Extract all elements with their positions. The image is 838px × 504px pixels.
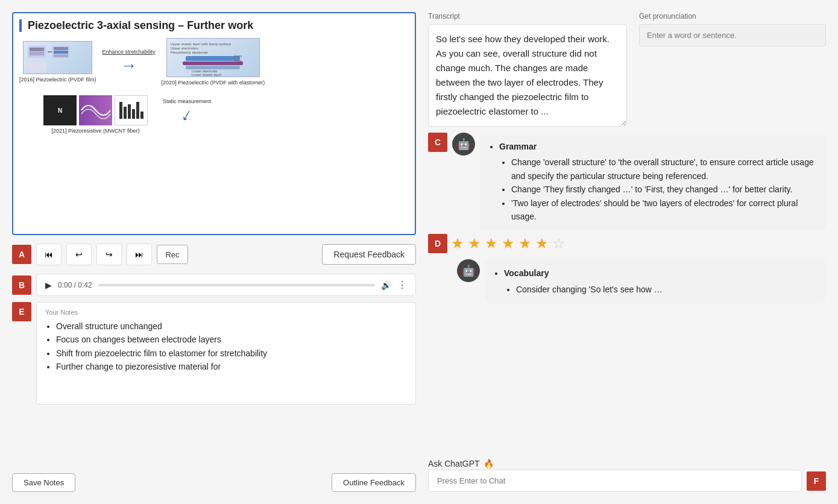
svg-text:Lower elastic layer: Lower elastic layer: [192, 73, 222, 77]
grammar-item-1: Change 'overall structure' to 'the overa…: [511, 156, 816, 183]
badge-f: F: [807, 471, 826, 491]
grammar-item-3: 'Two layer of electrodes' should be 'two…: [511, 197, 816, 224]
bottom-buttons: Save Notes Outline Feedback: [12, 471, 416, 492]
pronunciation-label: Get pronunciation: [639, 12, 826, 20]
mwcnt-img-n: N: [43, 95, 77, 125]
star-6[interactable]: ★: [535, 235, 549, 252]
mwcnt-img-wave: [79, 95, 112, 125]
svg-text:1mm: 1mm: [234, 54, 242, 58]
top-right-row: Transcript So let's see how they develop…: [428, 12, 826, 127]
svg-rect-5: [54, 51, 68, 54]
grammar-category: Grammar Change 'overall structure' to 't…: [499, 140, 816, 223]
time-display: 0:00 / 0:42: [58, 281, 92, 289]
svg-rect-6: [54, 54, 68, 57]
rating-row: D ★ ★ ★ ★ ★ ★ ☆: [428, 230, 826, 257]
mwcnt-images: N: [43, 95, 148, 125]
notes-list: Overall structure unchanged Focus on cha…: [45, 320, 407, 374]
note-item-1: Overall structure unchanged: [56, 320, 407, 333]
transcript-content[interactable]: So let's see how they developed their wo…: [428, 24, 627, 127]
slide-content: [2016] Piezoelectric (PVDF film) Enhance…: [19, 38, 409, 228]
label-2016: [2016] Piezoelectric (PVDF film): [19, 77, 96, 83]
enhance-label: Enhance stretchability: [102, 49, 156, 55]
toolbar-btn-prev[interactable]: ⏮: [36, 244, 61, 265]
star-7[interactable]: ☆: [552, 235, 565, 252]
svg-text:Upper electrodes: Upper electrodes: [171, 46, 198, 50]
toolbar-btn-next[interactable]: ⏭: [127, 244, 152, 265]
ask-chatgpt-row: Ask ChatGPT 🔥: [428, 456, 826, 470]
note-item-3: Shift from piezoelectric film to elastom…: [56, 347, 407, 360]
diagram-2021: N: [43, 95, 148, 134]
grammar-item-2: Change 'They firstly changed …' to 'Firs…: [511, 183, 816, 196]
notes-label: Your Notes: [45, 309, 407, 316]
star-5[interactable]: ★: [518, 235, 532, 252]
note-item-2: Focus on changes between electrode layer…: [56, 333, 407, 346]
ask-chatgpt-section: Ask ChatGPT 🔥 F: [428, 456, 826, 492]
svg-rect-2: [30, 52, 44, 55]
label-2020: [2020] Piezoelectric (PVDF with elastome…: [162, 80, 265, 86]
audio-player: ▶ 0:00 / 0:42 🔊 ⋮: [36, 274, 416, 296]
static-label: Static measurement: [163, 98, 211, 104]
toolbar-btn-back[interactable]: ↩: [66, 244, 92, 265]
badge-c: C: [428, 133, 447, 152]
transcript-box: Transcript So let's see how they develop…: [428, 12, 627, 127]
audio-menu-icon[interactable]: ⋮: [397, 279, 407, 291]
vocab-feedback-content: Vocabulary Consider changing 'So let's s…: [485, 259, 826, 303]
svg-rect-7: [28, 61, 46, 72]
request-feedback-button[interactable]: Request Feedback: [322, 244, 416, 265]
left-panel: Piezoelectric 3-axial sensing – Further …: [12, 12, 416, 492]
svg-rect-4: [54, 47, 68, 50]
toolbar-btn-forward[interactable]: ↪: [96, 244, 122, 265]
chat-input[interactable]: [428, 470, 802, 492]
label-2021: [2021] Piezoresistive (MWCNT fiber): [52, 128, 140, 134]
avatar-grammar: 🤖: [452, 133, 475, 156]
star-4[interactable]: ★: [502, 235, 515, 252]
audio-row: B ▶ 0:00 / 0:42 🔊 ⋮: [12, 274, 416, 296]
vocab-category: Vocabulary Consider changing 'So let's s…: [504, 266, 816, 296]
notes-container[interactable]: Your Notes Overall structure unchanged F…: [36, 302, 416, 405]
middle-arrow: Enhance stretchability →: [102, 49, 156, 75]
diagram-2016: [2016] Piezoelectric (PVDF film): [19, 41, 96, 83]
save-notes-button[interactable]: Save Notes: [12, 473, 75, 492]
toolbar-row: A ⏮ ↩ ↪ ⏭ Rec Request Feedback: [12, 241, 416, 268]
outline-feedback-button[interactable]: Outline Feedback: [332, 473, 416, 492]
chat-input-row: F: [428, 470, 826, 492]
avatar-vocab: 🤖: [457, 259, 480, 282]
volume-icon[interactable]: 🔊: [381, 280, 391, 290]
bars-icon: [119, 102, 143, 119]
svg-rect-12: [186, 56, 240, 61]
feedback-scroll: C 🤖 Grammar Change 'overall structure' t…: [428, 133, 826, 450]
svg-text:Piezoelectric elastomer: Piezoelectric elastomer: [171, 51, 208, 54]
feedback-item-vocab: 🤖 Vocabulary Consider changing 'So let's…: [428, 259, 826, 303]
slide-img-2020: Upper elastic layer with bump surface Up…: [166, 38, 260, 77]
feedback-item-grammar: C 🤖 Grammar Change 'overall structure' t…: [428, 133, 826, 230]
mwcnt-img-bars: [115, 95, 148, 125]
ask-chatgpt-label: Ask ChatGPT: [428, 459, 480, 468]
diagonal-arrow-block: Static measurement ↓: [163, 98, 211, 125]
slide-img-2016: [23, 41, 92, 74]
progress-bar[interactable]: [98, 284, 375, 286]
badge-b: B: [12, 276, 31, 295]
grammar-feedback-content: Grammar Change 'overall structure' to 't…: [480, 133, 826, 230]
vocab-item-1: Consider changing 'So let's see how …: [516, 283, 816, 296]
transcript-label: Transcript: [428, 12, 627, 20]
notes-area: E Your Notes Overall structure unchanged…: [12, 302, 416, 465]
play-button[interactable]: ▶: [45, 280, 52, 290]
badge-d: D: [428, 234, 447, 253]
slide-title: Piezoelectric 3-axial sensing – Further …: [19, 19, 409, 32]
right-panel: Transcript So let's see how they develop…: [428, 12, 826, 492]
svg-text:5mm: 5mm: [234, 59, 242, 63]
slide-container: Piezoelectric 3-axial sensing – Further …: [12, 12, 416, 235]
badge-e: E: [12, 302, 31, 321]
star-2[interactable]: ★: [468, 235, 481, 252]
rec-button[interactable]: Rec: [157, 245, 188, 264]
pronunciation-box: Get pronunciation: [639, 12, 826, 46]
chatgpt-icon: 🔥: [484, 459, 494, 468]
slide-top-row: [2016] Piezoelectric (PVDF film) Enhance…: [19, 38, 409, 86]
pronunciation-input[interactable]: [639, 24, 826, 46]
note-item-4: Further change to piezoresistive materia…: [56, 360, 407, 373]
svg-text:Upper elastic layer with bump : Upper elastic layer with bump surface: [171, 42, 232, 46]
arrow-diagonal-icon: ↓: [178, 104, 196, 126]
star-1[interactable]: ★: [451, 235, 464, 252]
star-3[interactable]: ★: [485, 235, 498, 252]
diagram-2020: Upper elastic layer with bump surface Up…: [162, 38, 265, 86]
